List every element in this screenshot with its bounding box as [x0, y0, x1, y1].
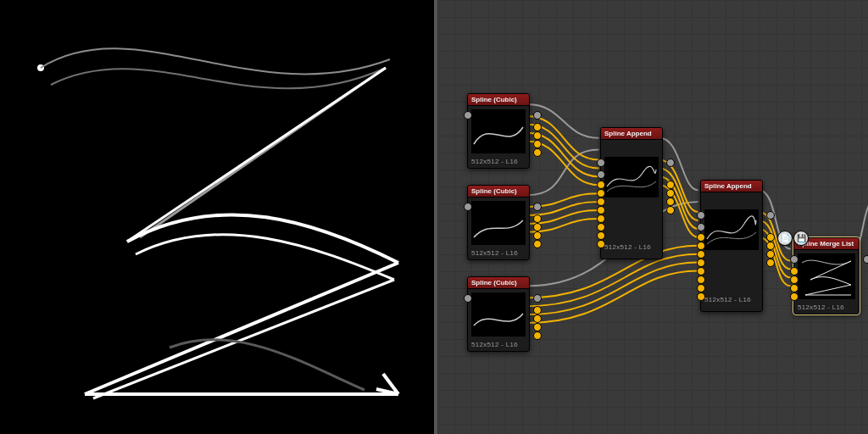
node-spline-append[interactable]: Spline Append 512x512 - L16: [600, 127, 663, 259]
node-graph[interactable]: Spline (Cubic) 512x512 - L16 Spline (Cub…: [434, 0, 868, 434]
node-thumbnail: [704, 209, 759, 250]
node-thumbnail: [471, 109, 526, 153]
node-thumbnail: [604, 157, 659, 198]
node-resolution: 512x512 - L16: [601, 240, 654, 253]
clipboard-icon[interactable]: 📄: [777, 231, 793, 246]
node-resolution: 512x512 - L16: [468, 340, 529, 351]
node-thumbnail: [798, 253, 855, 299]
node-spline-merge-list[interactable]: Spline Merge List 512x512 - L16: [793, 237, 860, 314]
node-spline-cubic[interactable]: Spline (Cubic) 512x512 - L16: [467, 93, 530, 169]
node-thumbnail: [471, 292, 526, 337]
node-resolution: 512x512 - L16: [468, 248, 529, 259]
node-resolution: 512x512 - L16: [794, 303, 859, 314]
node-resolution: 512x512 - L16: [701, 292, 754, 306]
node-spline-cubic[interactable]: Spline (Cubic) 512x512 - L16: [467, 185, 530, 260]
node-spline-append[interactable]: Spline Append 512x512 - L16: [700, 180, 763, 312]
node-spline-cubic[interactable]: Spline (Cubic) 512x512 - L16: [467, 276, 530, 352]
render-viewport[interactable]: [0, 0, 434, 434]
node-resolution: 512x512 - L16: [468, 157, 529, 168]
node-title: Spline (Cubic): [468, 94, 529, 106]
save-icon[interactable]: 💾: [793, 231, 809, 246]
node-title: Spline (Cubic): [468, 277, 529, 289]
node-title: Spline (Cubic): [468, 186, 529, 198]
node-title: Spline Append: [701, 181, 762, 192]
node-title: Spline Append: [601, 128, 662, 140]
node-thumbnail: [471, 201, 526, 245]
